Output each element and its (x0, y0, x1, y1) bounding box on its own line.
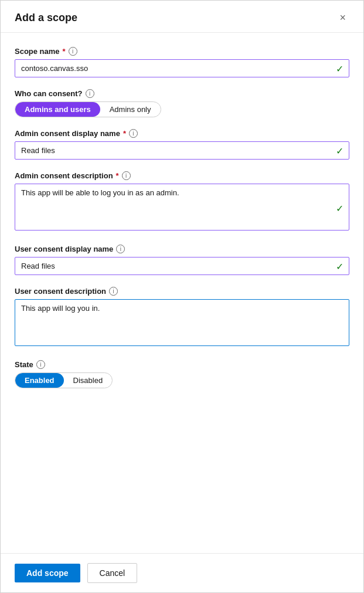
user-consent-display-name-wrapper: ✓ (15, 257, 349, 275)
who-can-consent-label: Who can consent? i (15, 89, 349, 98)
state-option-disabled[interactable]: Disabled (64, 373, 113, 388)
admin-consent-desc-check-icon: ✓ (336, 203, 343, 214)
user-consent-display-info-icon[interactable]: i (116, 245, 125, 253)
state-option-enabled[interactable]: Enabled (15, 373, 64, 388)
state-info-icon[interactable]: i (36, 360, 45, 369)
admin-consent-description-group: Admin consent description * i ✓ (15, 171, 349, 233)
consent-option-admins-only[interactable]: Admins only (100, 102, 161, 117)
user-consent-description-label: User consent description i (15, 287, 349, 296)
who-can-consent-info-icon[interactable]: i (86, 89, 94, 98)
close-button[interactable]: × (336, 11, 349, 24)
add-scope-dialog: Add a scope × Scope name * i ✓ Who can c… (0, 0, 364, 593)
admin-consent-description-wrapper: ✓ (15, 184, 349, 233)
user-consent-display-name-input[interactable] (15, 257, 349, 275)
admin-consent-display-name-label: Admin consent display name * i (15, 129, 349, 138)
state-toggle-group: Enabled Disabled (15, 372, 113, 388)
scope-name-input-wrapper: ✓ (15, 59, 349, 77)
user-consent-display-check-icon: ✓ (336, 260, 343, 272)
dialog-title: Add a scope (15, 12, 77, 24)
state-group: State i Enabled Disabled (15, 360, 349, 388)
add-scope-button[interactable]: Add scope (15, 564, 80, 582)
dialog-footer: Add scope Cancel (1, 553, 363, 592)
admin-consent-desc-info-icon[interactable]: i (122, 171, 131, 180)
scope-name-group: Scope name * i ✓ (15, 47, 349, 77)
dialog-body: Scope name * i ✓ Who can consent? i Admi… (1, 33, 363, 553)
consent-option-admins-users[interactable]: Admins and users (15, 102, 100, 117)
admin-consent-display-name-group: Admin consent display name * i ✓ (15, 129, 349, 160)
required-star: * (63, 47, 66, 56)
scope-name-label: Scope name * i (15, 47, 349, 56)
admin-consent-display-name-wrapper: ✓ (15, 141, 349, 160)
cancel-button[interactable]: Cancel (87, 563, 138, 583)
admin-consent-display-info-icon[interactable]: i (129, 129, 138, 138)
dialog-header: Add a scope × (1, 1, 363, 33)
user-consent-description-group: User consent description i (15, 287, 349, 348)
admin-consent-display-name-input[interactable] (15, 141, 349, 160)
user-consent-description-input[interactable] (15, 299, 349, 346)
scope-name-input[interactable] (15, 59, 349, 77)
admin-consent-description-input[interactable] (15, 184, 349, 231)
user-consent-desc-info-icon[interactable]: i (109, 287, 118, 296)
user-consent-display-name-label: User consent display name i (15, 245, 349, 253)
required-star-admin-display: * (123, 129, 126, 138)
state-label: State i (15, 360, 349, 369)
admin-consent-display-check-icon: ✓ (336, 145, 343, 156)
who-can-consent-group: Who can consent? i Admins and users Admi… (15, 89, 349, 117)
scope-name-check-icon: ✓ (336, 63, 343, 74)
required-star-admin-desc: * (116, 171, 119, 180)
scope-name-info-icon[interactable]: i (69, 47, 77, 56)
user-consent-description-wrapper (15, 299, 349, 348)
admin-consent-description-label: Admin consent description * i (15, 171, 349, 180)
user-consent-display-name-group: User consent display name i ✓ (15, 245, 349, 275)
consent-toggle-group: Admins and users Admins only (15, 101, 161, 117)
